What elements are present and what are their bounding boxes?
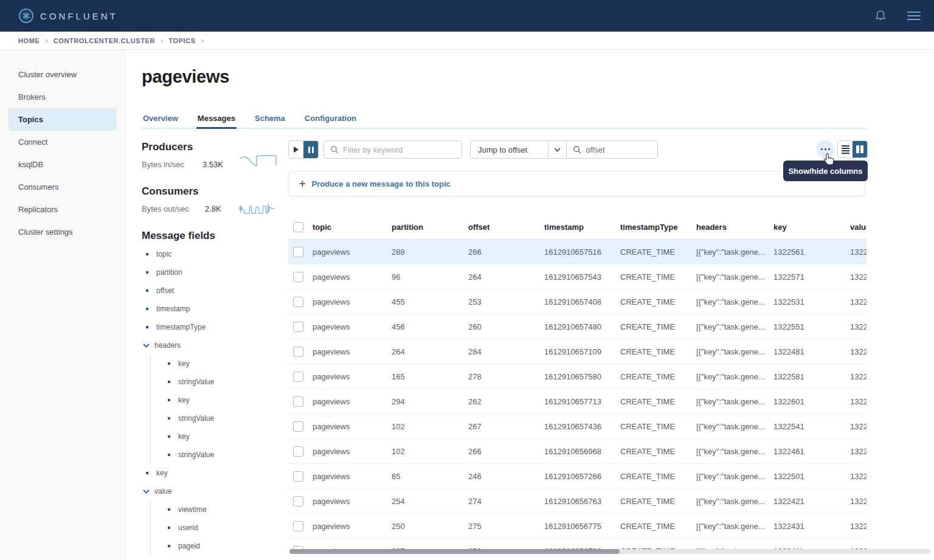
offset-search-input[interactable]: offset [567, 145, 657, 154]
row-checkbox[interactable] [293, 421, 303, 432]
confluent-logo[interactable]: CONFLUENT [18, 8, 118, 24]
tab-schema[interactable]: Schema [254, 110, 286, 128]
table-row[interactable]: pageviews2542741612910656763CREATE_TIME[… [288, 489, 867, 514]
table-row[interactable]: pageviews2942621612910657713CREATE_TIME[… [288, 389, 867, 414]
jump-to-offset-select[interactable]: Jump to offset [471, 145, 548, 154]
table-row[interactable]: pageviews1022671612910657436CREATE_TIME[… [288, 414, 867, 439]
row-checkbox[interactable] [293, 521, 303, 531]
tree-item-key[interactable]: key [150, 391, 282, 409]
select-all-checkbox[interactable] [293, 222, 303, 232]
filter-placeholder: Filter by keyword [343, 145, 403, 154]
column-header-topic[interactable]: topic [313, 223, 392, 232]
produce-message-link[interactable]: Produce a new message to this topic [312, 179, 451, 188]
field-bullet-icon [146, 289, 148, 292]
tree-item-headers[interactable]: headers [142, 336, 282, 354]
tree-item-partition[interactable]: partition [142, 263, 282, 282]
row-checkbox[interactable] [293, 297, 303, 307]
table-row[interactable]: pageviews2502751612910656775CREATE_TIME[… [288, 514, 867, 539]
column-header-partition[interactable]: partition [392, 223, 468, 232]
field-bullet-icon [146, 326, 148, 328]
row-checkbox[interactable] [293, 372, 303, 382]
table-row[interactable]: pageviews1652781612910657580CREATE_TIME[… [288, 364, 867, 389]
table-row[interactable]: pageviews4562601612910657480CREATE_TIME[… [288, 314, 867, 339]
cell-headers: [{"key":"task.gene... [696, 472, 773, 481]
tree-item-offset[interactable]: offset [142, 282, 282, 300]
sidebar-item-brokers[interactable]: Brokers [0, 86, 125, 108]
tab-messages[interactable]: Messages [196, 110, 237, 129]
table-row[interactable]: pageviews2272501612910656736CREATE_TIME[… [288, 539, 867, 549]
tree-item-topic[interactable]: topic [142, 245, 282, 263]
sidebar-item-topics[interactable]: Topics [9, 108, 117, 131]
tree-item-key[interactable]: key [150, 427, 282, 446]
sidebar-item-ksqldb[interactable]: ksqlDB [0, 153, 125, 176]
cell-headers: [{"key":"task.gene... [696, 247, 773, 257]
tree-item-viewtime[interactable]: viewtime [150, 500, 282, 519]
column-header-key[interactable]: key [773, 223, 850, 232]
table-row[interactable]: pageviews962641612910657543CREATE_TIME[{… [288, 264, 867, 289]
column-header-offset[interactable]: offset [468, 223, 544, 232]
field-label: timestamp [156, 305, 190, 313]
horizontal-scrollbar-thumb[interactable] [289, 549, 620, 554]
column-view-button[interactable] [853, 141, 867, 157]
chevron-down-icon[interactable] [143, 489, 150, 494]
more-options-ellipsis-button[interactable] [817, 140, 834, 158]
chevron-down-icon[interactable] [143, 344, 150, 348]
breadcrumb-item[interactable]: HOME [18, 37, 40, 44]
row-checkbox[interactable] [293, 322, 303, 332]
sidebar-item-cluster-settings[interactable]: Cluster settings [0, 221, 125, 243]
field-label: partition [156, 268, 182, 277]
list-view-button[interactable] [838, 141, 853, 157]
column-header-value[interactable]: value [850, 223, 867, 232]
tree-item-key[interactable]: key [142, 464, 282, 482]
cell-headers: [{"key":"task.gene... [696, 272, 773, 282]
tree-item-stringValue[interactable]: stringValue [150, 373, 282, 391]
tab-overview[interactable]: Overview [142, 110, 179, 128]
tree-item-stringValue[interactable]: stringValue [150, 446, 282, 464]
sidebar-item-consumers[interactable]: Consumers [0, 176, 125, 198]
notifications-bell-icon[interactable] [874, 9, 887, 22]
table-row[interactable]: pageviews1022661612910656968CREATE_TIME[… [288, 439, 867, 464]
tree-item-timestamp[interactable]: timestamp [142, 300, 282, 318]
play-button[interactable] [289, 141, 303, 158]
tree-item-timestampType[interactable]: timestampType [142, 318, 282, 336]
sidebar-item-cluster-overview[interactable]: Cluster overview [0, 63, 125, 86]
table-row[interactable]: pageviews652461612910657266CREATE_TIME[{… [288, 464, 867, 489]
table-row[interactable]: pageviews2882661612910657516CREATE_TIME[… [288, 240, 867, 264]
messages-table-wrapper: topicpartitionoffsettimestamptimestampTy… [288, 215, 867, 549]
cell-key: 1322481 [773, 347, 850, 356]
column-header-headers[interactable]: headers [696, 223, 773, 232]
column-header-timestamp[interactable]: timestamp [544, 223, 620, 232]
row-checkbox[interactable] [293, 247, 303, 257]
row-checkbox[interactable] [293, 471, 303, 482]
tree-item-stringValue[interactable]: stringValue [150, 409, 282, 427]
cell-timestamp: 1612910657516 [544, 247, 620, 257]
row-checkbox[interactable] [293, 272, 303, 282]
cell-partition: 102 [392, 447, 468, 456]
row-checkbox[interactable] [293, 446, 303, 457]
tree-item-value[interactable]: value [142, 482, 282, 500]
breadcrumb-item[interactable]: TOPICS [168, 37, 195, 44]
horizontal-scrollbar-track[interactable] [289, 549, 930, 554]
sidebar-item-connect[interactable]: Connect [0, 131, 125, 153]
chevron-down-icon[interactable] [548, 141, 567, 158]
tree-item-key[interactable]: key [150, 354, 282, 373]
field-bullet-icon [146, 308, 148, 310]
menu-hamburger-icon[interactable] [907, 12, 921, 20]
tree-item-pageid[interactable]: pageid [150, 537, 282, 555]
table-row[interactable]: pageviews4552531612910657408CREATE_TIME[… [288, 289, 867, 314]
produce-message-card[interactable]: + Produce a new message to this topic [288, 171, 865, 196]
pause-button[interactable] [303, 141, 318, 158]
field-label: key [156, 469, 168, 477]
table-row[interactable]: pageviews2642841612910657109CREATE_TIME[… [288, 339, 867, 364]
row-checkbox[interactable] [293, 347, 303, 357]
tab-configuration[interactable]: Configuration [303, 110, 358, 128]
breadcrumb-item[interactable]: CONTROLCENTER.CLUSTER [54, 37, 155, 44]
cell-offset: 266 [468, 447, 544, 456]
row-checkbox[interactable] [293, 496, 303, 506]
sidebar-item-replicators[interactable]: Replicators [0, 198, 125, 221]
tree-item-userid[interactable]: userid [150, 519, 282, 537]
column-header-timestampType[interactable]: timestampType [620, 223, 696, 232]
cell-key: 1322601 [773, 397, 850, 406]
filter-keyword-input[interactable]: Filter by keyword [323, 140, 462, 159]
row-checkbox[interactable] [293, 396, 303, 407]
